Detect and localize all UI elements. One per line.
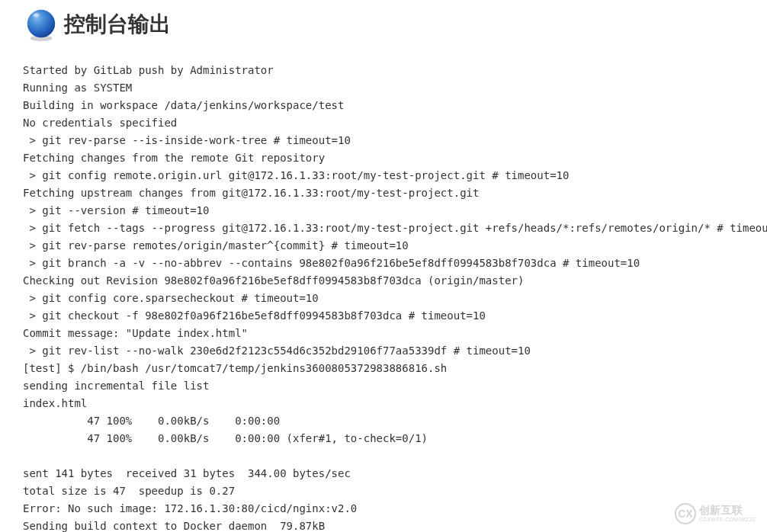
watermark-logo-icon: CX bbox=[675, 503, 696, 524]
console-line: Fetching upstream changes from git@172.1… bbox=[23, 187, 479, 199]
console-line: Started by GitLab push by Administrator bbox=[23, 64, 274, 76]
console-line: sent 141 bytes received 31 bytes 344.00 … bbox=[23, 467, 351, 479]
console-line: 47 100% 0.00kB/s 0:00:00 (xfer#1, to-che… bbox=[23, 432, 428, 444]
watermark-main-text: 创新互联 bbox=[699, 505, 756, 516]
console-line: Checking out Revision 98e802f0a96f216be5… bbox=[23, 274, 524, 287]
console-line: > git branch -a -v --no-abbrev --contain… bbox=[23, 257, 640, 269]
console-output: Started by GitLab push by Administrator … bbox=[0, 54, 767, 532]
console-line: No credentials specified bbox=[23, 117, 177, 129]
console-line: > git rev-parse --is-inside-work-tree # … bbox=[23, 134, 351, 146]
console-line: > git config remote.origin.url git@172.1… bbox=[23, 169, 569, 181]
console-line: total size is 47 speedup is 0.27 bbox=[23, 485, 235, 497]
console-line: Commit message: "Update index.html" bbox=[23, 327, 248, 339]
console-line: > git checkout -f 98e802f0a96f216be5ef8d… bbox=[23, 309, 486, 322]
console-line: sending incremental file list bbox=[23, 380, 209, 392]
console-line: > git fetch --tags --progress git@172.16… bbox=[23, 222, 767, 234]
console-line: Building in workspace /data/jenkins/work… bbox=[23, 99, 344, 111]
console-line: Fetching changes from the remote Git rep… bbox=[23, 152, 325, 164]
console-line: Sending build context to Docker daemon 7… bbox=[23, 520, 325, 532]
svg-point-2 bbox=[31, 12, 46, 23]
console-line: > git config core.sparsecheckout # timeo… bbox=[23, 292, 319, 304]
console-sphere-icon bbox=[23, 6, 59, 43]
console-line: index.html bbox=[23, 397, 87, 409]
console-line: Error: No such image: 172.16.1.30:80/cic… bbox=[23, 502, 357, 514]
console-line: Running as SYSTEM bbox=[23, 82, 132, 94]
console-line: 47 100% 0.00kB/s 0:00:00 bbox=[23, 415, 280, 427]
console-line: > git --version # timeout=10 bbox=[23, 204, 209, 216]
page-title: 控制台输出 bbox=[64, 10, 171, 39]
watermark: CX 创新互联 CDXWFE.COM/WZJS bbox=[675, 503, 756, 524]
console-line: > git rev-list --no-walk 230e6d2f2123c55… bbox=[23, 345, 531, 357]
page-header: 控制台输出 bbox=[0, 0, 767, 54]
console-line: > git rev-parse remotes/origin/master^{c… bbox=[23, 239, 409, 252]
watermark-text-stack: 创新互联 CDXWFE.COM/WZJS bbox=[699, 505, 756, 522]
watermark-sub-text: CDXWFE.COM/WZJS bbox=[699, 517, 756, 523]
console-line: [test] $ /bin/bash /usr/tomcat7/temp/jen… bbox=[23, 362, 447, 374]
